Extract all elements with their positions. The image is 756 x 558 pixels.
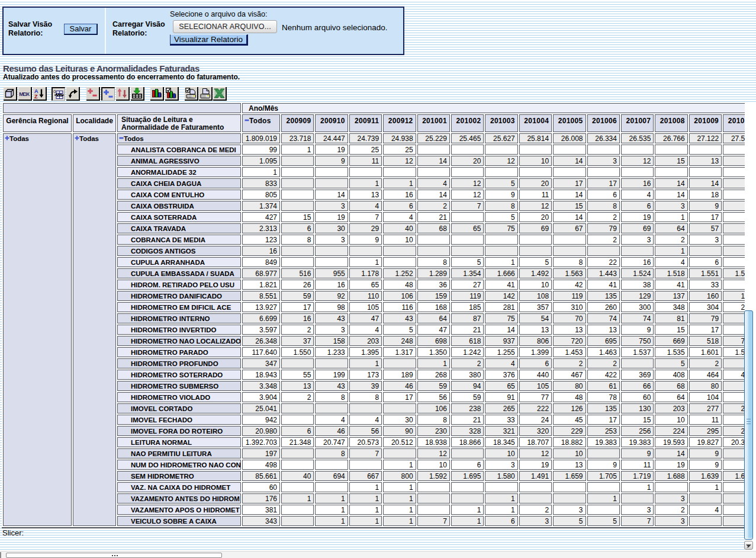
svg-text:Z: Z	[34, 94, 38, 99]
svg-text:MDX: MDX	[19, 91, 30, 97]
svg-text:0: 0	[53, 89, 56, 94]
